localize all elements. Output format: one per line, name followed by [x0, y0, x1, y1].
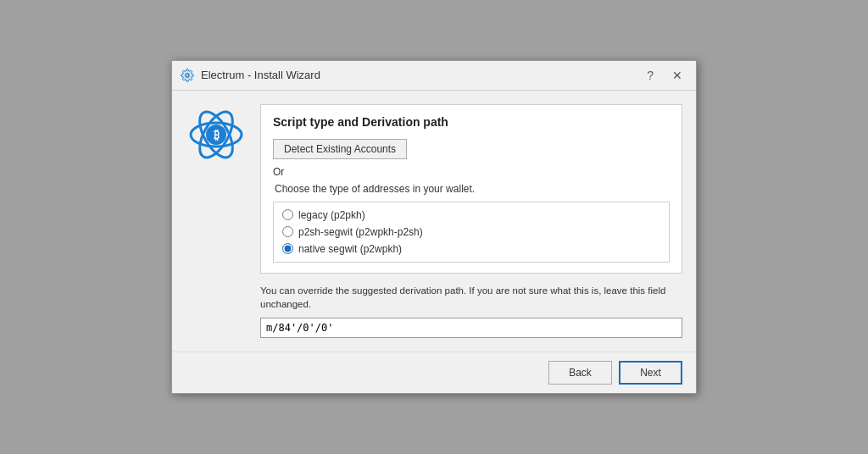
electrum-logo: ₿	[189, 108, 243, 162]
wizard-window: Electrum - Install Wizard ? ✕ ₿ Script t…	[171, 60, 697, 394]
main-area: Script type and Derivation path Detect E…	[260, 104, 682, 338]
title-bar-left: Electrum - Install Wizard	[181, 69, 320, 82]
svg-text:₿: ₿	[214, 128, 220, 141]
radio-legacy-label: legacy (p2pkh)	[298, 209, 365, 221]
icon-area: ₿	[186, 104, 247, 338]
section-box: Script type and Derivation path Detect E…	[260, 104, 682, 274]
choose-text: Choose the type of addresses in your wal…	[273, 183, 670, 195]
content-area: ₿ Script type and Derivation path Detect…	[172, 91, 696, 352]
radio-p2sh[interactable]: p2sh-segwit (p2wpkh-p2sh)	[282, 226, 660, 238]
radio-legacy[interactable]: legacy (p2pkh)	[282, 209, 660, 221]
or-text: Or	[273, 166, 670, 178]
radio-native[interactable]: native segwit (p2wpkh)	[282, 243, 660, 255]
detect-accounts-button[interactable]: Detect Existing Accounts	[273, 139, 407, 159]
help-button[interactable]: ?	[642, 68, 659, 83]
next-button[interactable]: Next	[619, 361, 682, 385]
radio-native-label: native segwit (p2wpkh)	[298, 243, 402, 255]
section-title: Script type and Derivation path	[273, 115, 670, 129]
radio-native-input[interactable]	[282, 243, 293, 254]
back-button[interactable]: Back	[548, 361, 612, 385]
title-bar: Electrum - Install Wizard ? ✕	[172, 61, 696, 91]
window-title: Electrum - Install Wizard	[201, 69, 320, 81]
footer: Back Next	[172, 352, 696, 393]
radio-p2sh-label: p2sh-segwit (p2wpkh-p2sh)	[298, 226, 423, 238]
title-bar-right: ? ✕	[642, 68, 687, 83]
close-button[interactable]: ✕	[667, 68, 687, 83]
address-type-group: legacy (p2pkh) p2sh-segwit (p2wpkh-p2sh)…	[273, 202, 670, 263]
radio-legacy-input[interactable]	[282, 209, 293, 220]
radio-p2sh-input[interactable]	[282, 226, 293, 237]
app-icon	[181, 69, 194, 82]
derivation-path-input[interactable]	[260, 318, 682, 338]
override-description: You can override the suggested derivatio…	[260, 284, 682, 311]
